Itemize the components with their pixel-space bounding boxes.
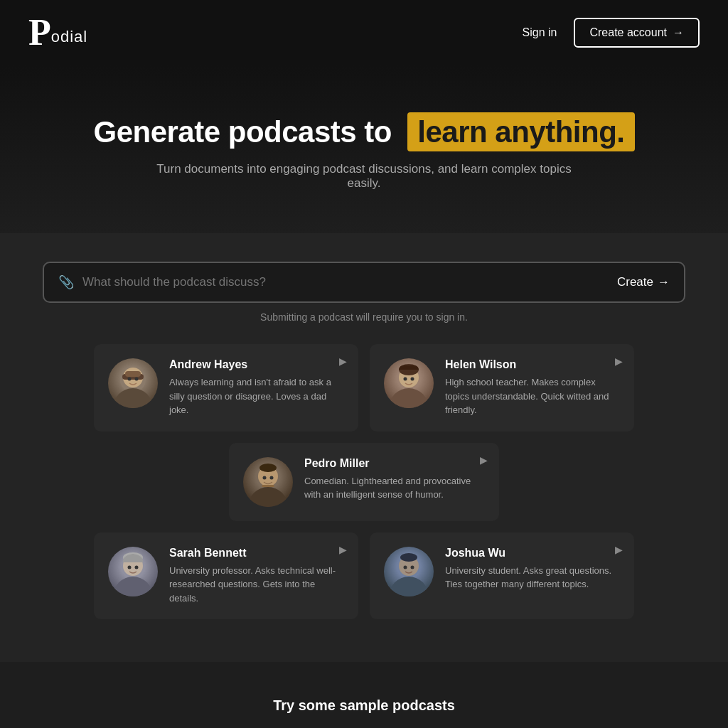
- search-note: Submitting a podcast will require you to…: [43, 311, 685, 323]
- sign-in-button[interactable]: Sign in: [523, 26, 557, 39]
- svg-rect-17: [262, 485, 274, 487]
- svg-point-25: [404, 565, 407, 569]
- avatar-andrew: [108, 358, 158, 408]
- host-desc-pedro: Comedian. Lighthearted and provocative w…: [304, 474, 485, 502]
- host-card-helen[interactable]: Helen Wilson High school teacher. Makes …: [370, 344, 634, 432]
- host-info-helen: Helen Wilson High school teacher. Makes …: [445, 358, 620, 417]
- avatar-joshua: [384, 547, 434, 596]
- svg-point-10: [411, 378, 414, 381]
- create-account-button[interactable]: Create account →: [574, 18, 700, 48]
- svg-point-12: [248, 487, 288, 507]
- create-account-arrow-icon: →: [673, 26, 684, 39]
- sample-title: Try some sample podcasts: [28, 697, 700, 714]
- avatar-pedro: [243, 457, 293, 507]
- hero-heading: Generate podcasts to learn anything.: [28, 115, 700, 149]
- svg-point-14: [263, 476, 267, 479]
- create-label: Create: [617, 275, 653, 289]
- hero-heading-highlight: learn anything.: [407, 112, 634, 151]
- svg-point-26: [411, 565, 414, 569]
- logo-text: odial: [51, 28, 87, 46]
- sample-section: Try some sample podcasts: [0, 662, 728, 728]
- svg-point-5: [135, 378, 139, 381]
- host-info-andrew: Andrew Hayes Always learning and isn't a…: [169, 358, 344, 417]
- host-card-joshua[interactable]: Joshua Wu University student. Asks great…: [370, 532, 634, 620]
- create-account-label: Create account: [589, 26, 667, 39]
- host-info-joshua: Joshua Wu University student. Asks great…: [445, 547, 620, 592]
- search-input[interactable]: [82, 275, 609, 289]
- play-icon-andrew[interactable]: ▶: [339, 355, 347, 367]
- hero-heading-prefix: Generate podcasts to: [93, 115, 391, 149]
- navigation: P odial Sign in Create account →: [0, 0, 728, 65]
- logo: P odial: [28, 14, 87, 51]
- svg-point-18: [113, 577, 153, 596]
- avatar-helen: [384, 358, 434, 408]
- hero-section: Generate podcasts to learn anything. Tur…: [0, 65, 728, 233]
- host-name-helen: Helen Wilson: [445, 358, 620, 371]
- play-icon-sarah[interactable]: ▶: [339, 544, 347, 555]
- search-section: 📎 Create → Submitting a podcast will req…: [0, 233, 728, 662]
- svg-point-21: [135, 565, 139, 569]
- create-button[interactable]: Create →: [617, 275, 670, 289]
- host-desc-joshua: University student. Asks great questions…: [445, 564, 620, 592]
- svg-point-15: [270, 476, 274, 479]
- host-card-pedro[interactable]: Pedro Miller Comedian. Lighthearted and …: [229, 443, 499, 521]
- logo-p: P: [28, 14, 51, 51]
- svg-point-27: [400, 553, 417, 562]
- hosts-grid: Andrew Hayes Always learning and isn't a…: [94, 344, 634, 619]
- host-info-sarah: Sarah Bennett University professor. Asks…: [169, 547, 344, 606]
- svg-point-20: [128, 565, 132, 569]
- create-arrow-icon: →: [658, 275, 670, 289]
- svg-point-7: [389, 388, 429, 408]
- search-box: 📎 Create →: [43, 262, 685, 303]
- host-card-andrew[interactable]: Andrew Hayes Always learning and isn't a…: [94, 344, 358, 432]
- host-name-pedro: Pedro Miller: [304, 457, 485, 470]
- host-desc-andrew: Always learning and isn't afraid to ask …: [169, 375, 344, 417]
- svg-point-1: [113, 388, 153, 408]
- play-icon-pedro[interactable]: ▶: [480, 454, 488, 466]
- svg-point-4: [128, 378, 132, 381]
- avatar-sarah: [108, 547, 158, 596]
- paperclip-icon: 📎: [58, 274, 74, 290]
- host-info-pedro: Pedro Miller Comedian. Lighthearted and …: [304, 457, 485, 502]
- nav-right: Sign in Create account →: [523, 18, 700, 48]
- host-name-joshua: Joshua Wu: [445, 547, 620, 560]
- host-desc-helen: High school teacher. Makes complex topic…: [445, 375, 620, 417]
- svg-rect-6: [125, 371, 141, 377]
- play-icon-joshua[interactable]: ▶: [615, 544, 623, 555]
- hero-subheading: Turn documents into engaging podcast dis…: [151, 162, 577, 191]
- host-card-sarah[interactable]: Sarah Bennett University professor. Asks…: [94, 532, 358, 620]
- host-name-sarah: Sarah Bennett: [169, 547, 344, 560]
- play-icon-helen[interactable]: ▶: [615, 355, 623, 367]
- svg-point-16: [259, 464, 277, 472]
- svg-point-9: [404, 378, 407, 381]
- host-name-andrew: Andrew Hayes: [169, 358, 344, 371]
- svg-point-23: [389, 577, 429, 596]
- host-desc-sarah: University professor. Asks technical wel…: [169, 564, 344, 606]
